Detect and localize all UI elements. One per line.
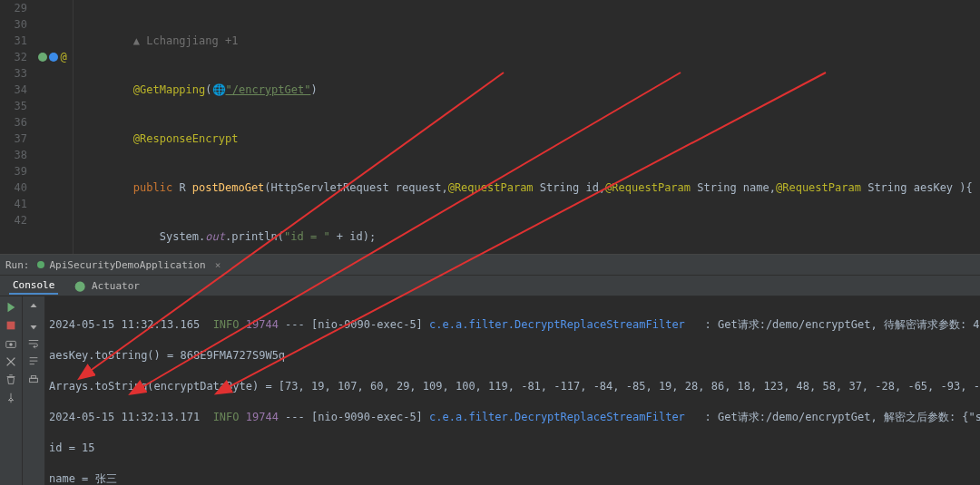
actuator-icon: ⬤: [74, 280, 85, 292]
close-tab-icon[interactable]: ×: [215, 259, 221, 271]
run-toolwindow-body: 2024-05-15 11:32:13.165 INFO 19744 --- […: [0, 296, 980, 485]
tab-console[interactable]: Console: [9, 277, 58, 295]
exit-button[interactable]: [4, 354, 18, 369]
run-line-markers[interactable]: @: [33, 49, 73, 65]
trash-button[interactable]: [4, 373, 18, 387]
run-label: Run:: [5, 259, 30, 271]
run-left-toolbar-1: [0, 296, 23, 485]
up-arrow-button[interactable]: [26, 300, 41, 315]
rerun-button[interactable]: [4, 300, 18, 315]
code-area[interactable]: ▲ Lchangjiang +1 @GetMapping(🌐"/encryptG…: [74, 0, 980, 254]
scroll-to-end-button[interactable]: [26, 354, 41, 369]
run-left-toolbar-2: [23, 296, 45, 485]
gutter-icons: @: [33, 0, 74, 254]
soft-wrap-button[interactable]: [26, 336, 41, 351]
run-status-icon: [37, 261, 44, 268]
pin-button[interactable]: [4, 391, 18, 405]
console-output[interactable]: 2024-05-15 11:32:13.165 INFO 19744 --- […: [45, 296, 980, 485]
stop-button[interactable]: [4, 318, 18, 333]
svg-rect-0: [7, 322, 15, 330]
tab-actuator[interactable]: ⬤ Actuator: [71, 278, 143, 294]
run-marker-icon: [38, 53, 47, 62]
console-subtabs: Console ⬤ Actuator: [0, 276, 980, 296]
camera-button[interactable]: [4, 336, 18, 351]
at-icon: @: [60, 49, 66, 65]
endpoint-marker-icon: [49, 53, 58, 62]
print-button[interactable]: [26, 373, 41, 387]
svg-rect-3: [30, 378, 38, 382]
svg-rect-4: [31, 376, 35, 379]
run-config-tab[interactable]: ApiSecurityDemoApplication ×: [37, 259, 221, 271]
code-editor[interactable]: 29 30 31 32 33 34 35 36 37 38 39 40 41 4…: [0, 0, 980, 255]
globe-icon: 🌐: [212, 83, 226, 96]
run-toolwindow-header: Run: ApiSecurityDemoApplication ×: [0, 255, 980, 276]
svg-point-2: [9, 343, 13, 346]
author-annotation: Lchangjiang +1: [146, 34, 238, 47]
down-arrow-button[interactable]: [26, 318, 41, 333]
line-number-gutter: 29 30 31 32 33 34 35 36 37 38 39 40 41 4…: [0, 0, 33, 254]
